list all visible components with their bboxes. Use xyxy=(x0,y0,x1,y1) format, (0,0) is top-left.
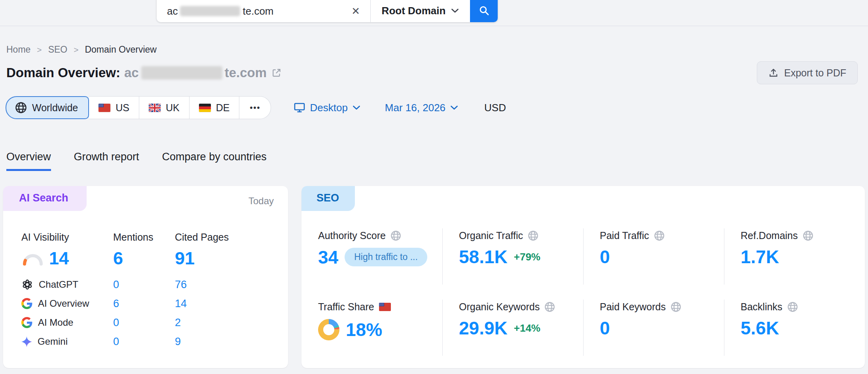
export-to-pdf-button[interactable]: Export to PDF xyxy=(757,61,858,84)
info-globe-icon[interactable] xyxy=(671,302,681,312)
mentions-total: 6 xyxy=(113,249,175,268)
us-flag-icon xyxy=(379,303,391,311)
breadcrumb-seo[interactable]: SEO xyxy=(48,44,68,55)
breadcrumb-home[interactable]: Home xyxy=(6,44,30,55)
tab-growth-report[interactable]: Growth report xyxy=(74,151,139,171)
date-dropdown[interactable]: Mar 16, 2026 xyxy=(385,102,458,114)
google-icon xyxy=(21,298,32,309)
table-row-ai-overview: AI Overview 6 14 xyxy=(21,298,288,310)
metric-label: Organic Keywords xyxy=(459,301,540,313)
seo-badge: SEO xyxy=(301,186,355,211)
breadcrumb-current: Domain Overview xyxy=(85,44,157,55)
metric-organic-traffic: Organic Traffic 58.1K +79% xyxy=(442,227,583,286)
traffic-share-donut xyxy=(318,319,339,340)
tab-overview[interactable]: Overview xyxy=(6,151,51,171)
export-icon xyxy=(768,68,779,78)
breadcrumb-separator: > xyxy=(74,45,78,55)
domain-prefix: ac xyxy=(124,65,139,80)
metric-authority-score: Authority Score 34 High traffic to ... xyxy=(301,227,442,286)
col-cited-pages: Cited Pages xyxy=(175,232,288,243)
info-globe-icon[interactable] xyxy=(654,230,665,241)
search-domain-suffix: te.com xyxy=(243,5,273,17)
ellipsis-icon: ••• xyxy=(250,103,260,112)
more-locations-button[interactable]: ••• xyxy=(239,96,271,119)
seo-metric-grid: Authority Score 34 High traffic to ... O… xyxy=(301,227,865,357)
col-mentions: Mentions xyxy=(113,232,175,243)
location-label: US xyxy=(116,102,129,114)
search-type-label: Root Domain xyxy=(382,5,446,17)
info-globe-icon[interactable] xyxy=(787,302,798,312)
table-row-gemini: Gemini 0 9 xyxy=(21,336,288,348)
metric-label: Traffic Share xyxy=(318,301,374,313)
cited-pages-total: 91 xyxy=(175,249,288,268)
location-chip-us[interactable]: US xyxy=(89,96,139,119)
location-chip-de[interactable]: DE xyxy=(190,96,240,119)
tab-compare-by-countries[interactable]: Compare by countries xyxy=(162,151,267,171)
location-chip-worldwide[interactable]: Worldwide xyxy=(6,96,89,119)
cited-pages-value: 14 xyxy=(175,298,288,310)
mentions-value: 0 xyxy=(113,317,175,329)
chevron-down-icon xyxy=(353,105,360,110)
metric-value: 5.6K xyxy=(741,319,779,337)
metric-value: 0 xyxy=(600,319,610,337)
search-input[interactable]: ac te.com ✕ xyxy=(157,0,370,22)
metric-traffic-share: Traffic Share 18% xyxy=(301,298,442,357)
metric-ref-domains: Ref.Domains 1.7K xyxy=(724,227,865,286)
chatgpt-icon xyxy=(21,279,33,290)
metric-label: Organic Traffic xyxy=(459,230,523,241)
desktop-icon xyxy=(294,103,305,113)
export-label: Export to PDF xyxy=(784,67,846,79)
platform-name: AI Mode xyxy=(38,317,73,328)
chevron-down-icon xyxy=(450,105,458,110)
table-row-ai-mode: AI Mode 0 2 xyxy=(21,317,288,329)
platform-name: ChatGPT xyxy=(39,279,78,290)
location-label: UK xyxy=(166,102,180,114)
cited-pages-value: 76 xyxy=(175,279,288,291)
info-globe-icon[interactable] xyxy=(803,230,813,241)
metric-paid-keywords: Paid Keywords 0 xyxy=(583,298,724,357)
page-title: Domain Overview: ac te.com xyxy=(6,65,282,80)
mentions-value: 6 xyxy=(113,298,175,310)
platform-name: Gemini xyxy=(38,336,68,347)
info-globe-icon[interactable] xyxy=(528,230,538,241)
gemini-icon xyxy=(21,336,32,347)
metric-label: Ref.Domains xyxy=(741,230,798,241)
metric-value: 58.1K xyxy=(459,248,508,266)
table-row-chatgpt: ChatGPT 0 76 xyxy=(21,279,288,291)
location-label: Worldwide xyxy=(32,102,78,114)
cards-row: AI Search Today AI Visibility Mentions C… xyxy=(3,186,865,368)
globe-icon xyxy=(15,102,27,114)
metric-label: Backlinks xyxy=(741,301,783,313)
metric-value: 29.9K xyxy=(459,319,508,337)
uk-flag-icon xyxy=(149,104,161,112)
clear-search-icon[interactable]: ✕ xyxy=(350,4,362,18)
metric-backlinks: Backlinks 5.6K xyxy=(724,298,865,357)
metric-value: 0 xyxy=(600,248,610,266)
platform-name: AI Overview xyxy=(38,298,89,309)
search-type-dropdown[interactable]: Root Domain xyxy=(370,0,470,22)
period-label: Today xyxy=(248,196,274,207)
metric-value: 34 xyxy=(318,248,338,266)
info-globe-icon[interactable] xyxy=(390,230,401,241)
info-globe-icon[interactable] xyxy=(544,302,555,312)
redacted-domain-blur xyxy=(141,66,222,80)
currency-label: USD xyxy=(484,102,506,114)
page-header: Domain Overview: ac te.com Export to PDF xyxy=(6,61,858,84)
metric-organic-keywords: Organic Keywords 29.9K +14% xyxy=(442,298,583,357)
metric-value: 18% xyxy=(346,321,382,339)
mentions-value: 0 xyxy=(113,336,175,348)
us-flag-icon xyxy=(99,104,110,112)
external-link-icon[interactable] xyxy=(271,68,282,78)
metric-paid-traffic: Paid Traffic 0 xyxy=(583,227,724,286)
ai-platform-rows: ChatGPT 0 76 AI Overview 6 14 xyxy=(21,279,288,348)
search-button[interactable] xyxy=(470,0,498,22)
chevron-down-icon xyxy=(451,8,459,13)
location-chip-uk[interactable]: UK xyxy=(139,96,190,119)
authority-score-pill: High traffic to ... xyxy=(345,248,427,266)
location-filter: Worldwide US UK DE ••• xyxy=(6,96,271,119)
device-label: Desktop xyxy=(310,102,347,114)
filter-row: Worldwide US UK DE ••• Desktop Mar 16, 2… xyxy=(6,96,868,119)
device-dropdown[interactable]: Desktop xyxy=(294,102,360,114)
cited-pages-value: 9 xyxy=(175,336,288,348)
redacted-domain-blur xyxy=(180,6,240,16)
